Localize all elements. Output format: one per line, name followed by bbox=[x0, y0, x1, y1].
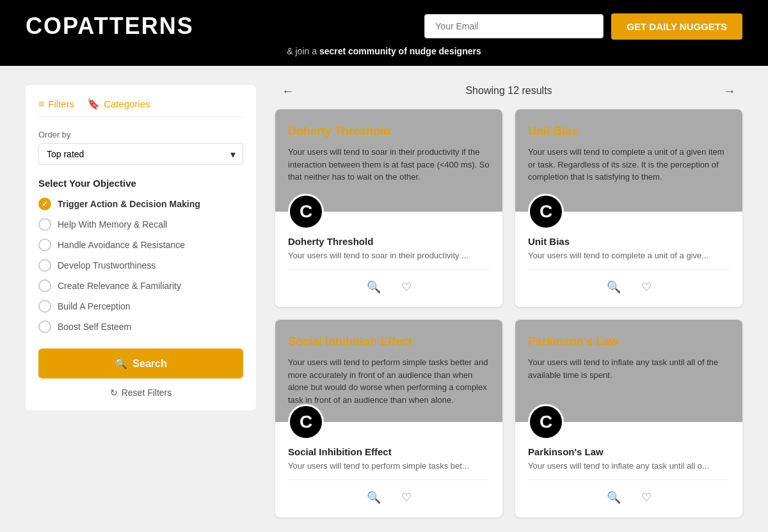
card-doherty-name: Doherty Threshold bbox=[288, 236, 490, 247]
order-select[interactable]: Top rated Most recent Alphabetical bbox=[38, 143, 243, 165]
results-header: ← Showing 12 results → bbox=[275, 85, 742, 97]
next-page-button[interactable]: → bbox=[717, 81, 742, 101]
radio-trigger-checked bbox=[38, 198, 51, 210]
objective-perception[interactable]: Build A Perception bbox=[38, 300, 243, 313]
card-parkinsons-law-desc: Your users will tend to inflate any task… bbox=[528, 356, 730, 381]
header-subtitle: & join a secret community of nudge desig… bbox=[287, 46, 481, 56]
card-social-inhibition-like[interactable]: ♡ bbox=[396, 488, 417, 507]
card-social-inhibition-top: Social Inhibition Effect Your users will… bbox=[275, 320, 502, 422]
card-parkinsons-law: Parkinson's Law Your users will tend to … bbox=[515, 320, 742, 517]
order-select-wrapper: Top rated Most recent Alphabetical ▾ bbox=[38, 143, 243, 165]
order-label: Order by bbox=[38, 130, 243, 139]
card-doherty-top: Doherty Threshold Your users will tend t… bbox=[275, 109, 502, 212]
reset-button[interactable]: ↻ Reset Filters bbox=[38, 387, 243, 398]
card-doherty-logo: C bbox=[288, 194, 324, 230]
search-button[interactable]: 🔍 Search bbox=[38, 348, 243, 379]
reset-icon: ↻ bbox=[110, 387, 118, 398]
radio-perception bbox=[38, 300, 51, 313]
sidebar: ≡ Filters 🔖 Categories Order by Top rate… bbox=[26, 85, 256, 411]
card-parkinsons-law-top: Parkinson's Law Your users will tend to … bbox=[515, 320, 742, 422]
objective-trustworthy[interactable]: Develop Trustworthiness bbox=[38, 259, 243, 272]
header: COPATTERNS GET DAILY NUGGETS & join a se… bbox=[0, 0, 768, 66]
card-unit-bias-top: Unit Bias Your users will tend to comple… bbox=[515, 109, 742, 212]
tab-categories[interactable]: 🔖 Categories bbox=[87, 98, 150, 110]
email-input[interactable] bbox=[424, 14, 604, 38]
card-social-inhibition: Social Inhibition Effect Your users will… bbox=[275, 320, 502, 517]
card-unit-bias-short: Your users will tend to complete a unit … bbox=[528, 251, 730, 260]
card-social-inhibition-short: Your users will tend to perform simple t… bbox=[288, 461, 490, 471]
card-doherty-actions: 🔍 ♡ bbox=[288, 269, 490, 297]
logo: COPATTERNS bbox=[26, 13, 194, 40]
card-doherty: Doherty Threshold Your users will tend t… bbox=[275, 109, 502, 307]
header-right: GET DAILY NUGGETS bbox=[424, 13, 742, 40]
radio-memory bbox=[38, 218, 51, 231]
card-parkinsons-law-short: Your users will tend to inflate any task… bbox=[528, 461, 730, 471]
tab-filters[interactable]: ≡ Filters bbox=[38, 98, 74, 110]
card-doherty-desc: Your users will tend to soar in their pr… bbox=[288, 146, 490, 184]
card-doherty-title: Doherty Threshold bbox=[288, 125, 490, 138]
card-doherty-like[interactable]: ♡ bbox=[396, 278, 417, 297]
radio-avoidance bbox=[38, 239, 51, 251]
filters-icon: ≡ bbox=[38, 98, 44, 110]
objective-avoidance[interactable]: Handle Avoidance & Resistance bbox=[38, 239, 243, 251]
objective-trigger[interactable]: Trigger Action & Decision Making bbox=[38, 198, 243, 210]
radio-esteem bbox=[38, 320, 51, 333]
card-social-inhibition-zoom[interactable]: 🔍 bbox=[362, 488, 386, 507]
cta-button[interactable]: GET DAILY NUGGETS bbox=[611, 13, 742, 40]
objective-list: Trigger Action & Decision Making Help Wi… bbox=[38, 198, 243, 333]
results-count: Showing 12 results bbox=[465, 85, 552, 97]
card-parkinsons-law-logo: C bbox=[528, 404, 564, 440]
objective-label: Select Your Objective bbox=[38, 178, 243, 189]
radio-relevance bbox=[38, 279, 51, 292]
card-parkinsons-law-title: Parkinson's Law bbox=[528, 335, 730, 348]
results-section: ← Showing 12 results → Doherty Threshold… bbox=[275, 85, 742, 517]
card-social-inhibition-desc: Your users will tend to perform simple t… bbox=[288, 356, 490, 406]
card-social-inhibition-logo: C bbox=[288, 404, 324, 440]
radio-trustworthy bbox=[38, 259, 51, 272]
card-social-inhibition-name: Social Inhibition Effect bbox=[288, 446, 490, 457]
sidebar-tabs: ≡ Filters 🔖 Categories bbox=[38, 98, 243, 117]
objective-relevance[interactable]: Create Relevance & Familiarity bbox=[38, 279, 243, 292]
card-unit-bias-like[interactable]: ♡ bbox=[636, 278, 657, 297]
card-parkinsons-law-actions: 🔍 ♡ bbox=[528, 480, 730, 507]
main-content: ≡ Filters 🔖 Categories Order by Top rate… bbox=[0, 66, 768, 532]
card-parkinsons-law-name: Parkinson's Law bbox=[528, 446, 730, 457]
objective-esteem[interactable]: Boost Self Esteem bbox=[38, 320, 243, 333]
card-doherty-short: Your users will tend to soar in their pr… bbox=[288, 251, 490, 260]
card-parkinsons-law-like[interactable]: ♡ bbox=[636, 488, 657, 507]
card-social-inhibition-title: Social Inhibition Effect bbox=[288, 335, 490, 348]
card-doherty-zoom[interactable]: 🔍 bbox=[362, 278, 386, 297]
card-unit-bias-desc: Your users will tend to complete a unit … bbox=[528, 146, 730, 184]
cards-grid: Doherty Threshold Your users will tend t… bbox=[275, 109, 742, 517]
card-unit-bias-zoom[interactable]: 🔍 bbox=[602, 278, 626, 297]
card-unit-bias-title: Unit Bias bbox=[528, 125, 730, 138]
card-unit-bias: Unit Bias Your users will tend to comple… bbox=[515, 109, 742, 307]
objective-memory[interactable]: Help With Memory & Recall bbox=[38, 218, 243, 231]
card-unit-bias-actions: 🔍 ♡ bbox=[528, 269, 730, 297]
card-unit-bias-name: Unit Bias bbox=[528, 236, 730, 247]
card-social-inhibition-actions: 🔍 ♡ bbox=[288, 480, 490, 507]
categories-icon: 🔖 bbox=[87, 98, 100, 110]
search-icon: 🔍 bbox=[115, 357, 127, 370]
card-unit-bias-logo: C bbox=[528, 194, 564, 230]
card-parkinsons-law-zoom[interactable]: 🔍 bbox=[602, 488, 626, 507]
prev-page-button[interactable]: ← bbox=[275, 81, 301, 101]
